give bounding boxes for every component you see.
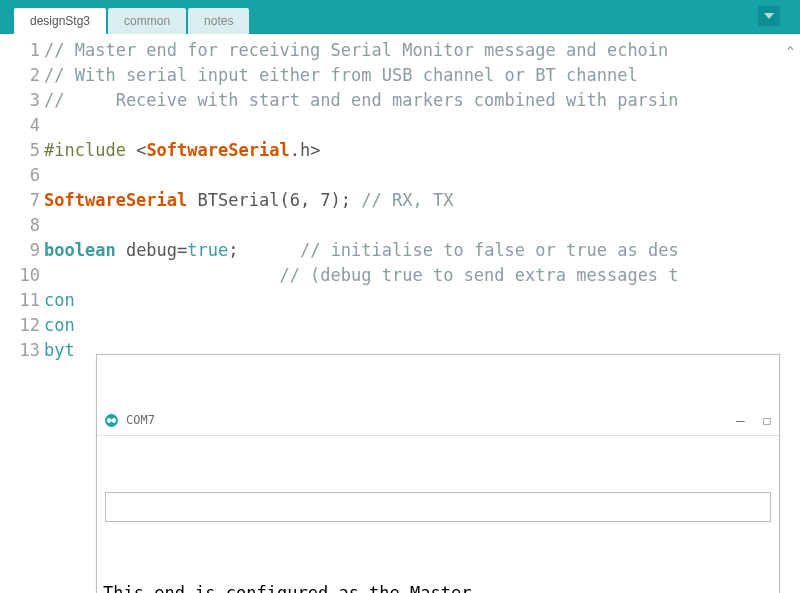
tab-designStg3[interactable]: designStg3 (14, 8, 106, 34)
line-number: 11 (0, 288, 40, 313)
line-number: 5 (0, 138, 40, 163)
line-number-gutter: 12345678910111213 (0, 38, 44, 363)
code-editor[interactable]: ^ 12345678910111213 // Master end for re… (0, 34, 800, 592)
line-number: 2 (0, 63, 40, 88)
code-area[interactable]: // Master end for receiving Serial Monit… (44, 38, 800, 363)
code-line[interactable]: con (44, 288, 800, 313)
line-number: 1 (0, 38, 40, 63)
line-number: 12 (0, 313, 40, 338)
code-line[interactable]: SoftwareSerial BTSerial(6, 7); // RX, TX (44, 188, 800, 213)
tab-dropdown-button[interactable] (758, 6, 780, 26)
code-line[interactable] (44, 163, 800, 188)
code-line[interactable]: con (44, 313, 800, 338)
code-line[interactable]: // With serial input either from USB cha… (44, 63, 800, 88)
code-line[interactable] (44, 213, 800, 238)
code-line[interactable]: #include <SoftwareSerial.h> (44, 138, 800, 163)
serial-titlebar[interactable]: COM7 — ☐ (97, 405, 779, 436)
serial-window-title: COM7 (126, 408, 155, 433)
minimize-button[interactable]: — (736, 408, 744, 433)
tab-common[interactable]: common (108, 8, 186, 34)
code-line[interactable]: // (debug true to send extra messages t (44, 263, 800, 288)
line-number: 6 (0, 163, 40, 188)
code-line[interactable]: // Master end for receiving Serial Monit… (44, 38, 800, 63)
line-number: 10 (0, 263, 40, 288)
tab-bar: designStg3commonnotes (0, 0, 800, 34)
line-number: 3 (0, 88, 40, 113)
line-number: 8 (0, 213, 40, 238)
line-number: 7 (0, 188, 40, 213)
line-number: 4 (0, 113, 40, 138)
maximize-button[interactable]: ☐ (763, 408, 771, 433)
tab-notes[interactable]: notes (188, 8, 249, 34)
line-number: 13 (0, 338, 40, 363)
code-line[interactable]: boolean debug=true; // initialise to fal… (44, 238, 800, 263)
serial-monitor-window[interactable]: COM7 — ☐ This end is configured as the M… (96, 354, 780, 593)
line-number: 9 (0, 238, 40, 263)
code-line[interactable] (44, 113, 800, 138)
serial-input-field[interactable] (105, 492, 771, 522)
arduino-icon (105, 414, 118, 427)
serial-output: This end is configured as the Master Thi… (97, 576, 779, 593)
code-line[interactable]: // Receive with start and end markers co… (44, 88, 800, 113)
